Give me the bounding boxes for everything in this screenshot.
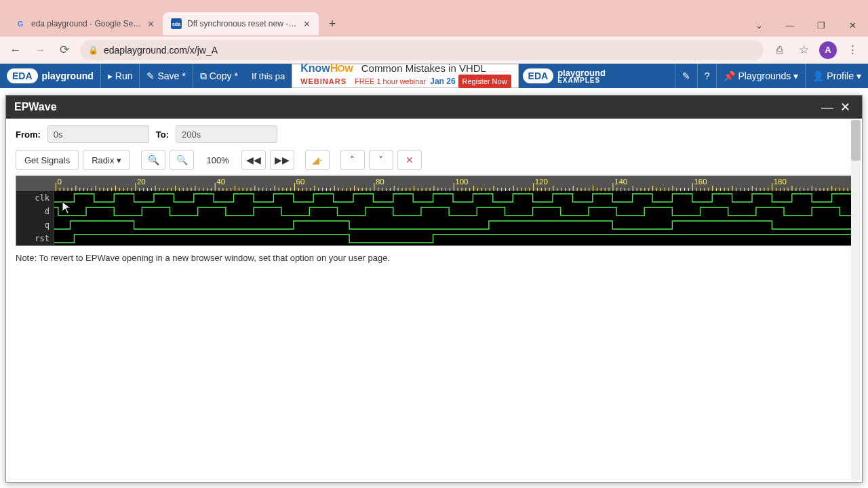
chevron-up-icon: ˄	[350, 155, 355, 165]
caret-down-icon: ▾	[856, 70, 861, 81]
help-icon: ?	[705, 70, 710, 81]
from-input[interactable]	[47, 125, 149, 143]
new-tab-button[interactable]: +	[323, 14, 342, 33]
pin-icon: 📌	[724, 70, 735, 81]
run-button[interactable]: ▸ Run	[100, 64, 140, 88]
profile-menu[interactable]: 👤 Profile ▾	[805, 64, 868, 88]
zoom-in-button[interactable]: 🔍	[141, 150, 165, 170]
zoom-in-icon: 🔍	[148, 155, 159, 165]
signal-name: rst	[16, 232, 54, 245]
x-icon: ✕	[406, 155, 414, 165]
google-favicon-icon: G	[15, 18, 26, 29]
signal-row-d[interactable]: d	[16, 205, 852, 218]
tab-google-search[interactable]: G eda playground - Google Search ✕	[7, 12, 163, 35]
signal-wave	[54, 218, 852, 232]
signal-row-rst[interactable]: rst	[16, 232, 852, 245]
edit-button[interactable]: ✎	[675, 64, 697, 88]
reload-button[interactable]: ⟳	[56, 41, 73, 59]
star-icon[interactable]: ☆	[795, 41, 812, 59]
zoom-out-button[interactable]: 🔍	[170, 150, 194, 170]
avatar[interactable]: A	[819, 41, 837, 59]
copy-icon: ⧉	[200, 70, 207, 82]
signal-row-clk[interactable]: clk	[16, 191, 852, 205]
address-bar[interactable]: 🔒 edaplayground.com/x/jw_A	[80, 40, 764, 60]
time-ruler: 020406080100120140160180200	[16, 176, 852, 191]
note-text: Note: To revert to EPWave opening in a n…	[16, 253, 852, 263]
caret-down-icon: ▾	[117, 155, 121, 165]
close-icon[interactable]: ✕	[836, 98, 854, 116]
ad-banner[interactable]: KnowHw Common Mistakes in VHDL WEBINARS …	[292, 64, 518, 88]
eda-logo-text: playground	[42, 70, 94, 81]
svg-rect-0	[16, 176, 56, 191]
truncated-text: If this pa	[245, 64, 292, 88]
minimize-icon[interactable]: —	[818, 98, 836, 116]
signal-row-q[interactable]: q	[16, 218, 852, 232]
svg-text:140: 140	[614, 178, 627, 186]
tab-title: Dff synchronous reset new - EDA	[187, 19, 298, 28]
svg-text:40: 40	[216, 178, 225, 186]
waveform-viewer[interactable]: 020406080100120140160180200 clkdqrst	[16, 176, 852, 246]
zoom-level[interactable]: 100%	[198, 150, 237, 170]
svg-text:0: 0	[58, 178, 62, 186]
edit-icon: ✎	[682, 70, 690, 81]
help-button[interactable]: ?	[697, 64, 717, 88]
close-icon[interactable]: ✕	[147, 19, 155, 29]
to-label: To:	[156, 129, 169, 140]
signal-name: d	[16, 205, 54, 218]
signal-wave	[54, 205, 852, 218]
back-button[interactable]: ←	[7, 41, 24, 59]
copy-button[interactable]: ⧉ Copy*	[193, 64, 245, 88]
tab-title: eda playground - Google Search	[31, 19, 142, 28]
menu-icon[interactable]: ⋮	[844, 41, 861, 59]
svg-text:60: 60	[296, 178, 305, 186]
rewind-icon: ◀◀	[246, 155, 261, 165]
save-button[interactable]: ✎ Save*	[139, 64, 192, 88]
eda-logo[interactable]: EDA playground	[0, 64, 100, 88]
modal-header: EPWave — ✕	[6, 96, 862, 119]
svg-text:100: 100	[455, 178, 468, 186]
eda-badge: EDA	[523, 68, 554, 83]
svg-text:120: 120	[535, 178, 548, 186]
jump-start-button[interactable]: ◀◀	[241, 150, 266, 170]
eda-examples-logo[interactable]: EDA playground EXAMPLES	[519, 64, 612, 88]
forward-icon: ▶▶	[275, 155, 290, 165]
get-signals-button[interactable]: Get Signals	[16, 150, 79, 170]
close-icon[interactable]: ✕	[303, 19, 311, 29]
scrollbar[interactable]	[851, 120, 861, 481]
lock-icon: 🔒	[88, 45, 98, 55]
move-down-button[interactable]: ˅	[369, 150, 393, 170]
close-window-icon[interactable]: ✕	[837, 14, 868, 37]
maximize-icon[interactable]: ❐	[806, 14, 837, 37]
url-text: edaplayground.com/x/jw_A	[104, 45, 218, 56]
forward-button[interactable]: →	[31, 41, 49, 59]
register-now-button[interactable]: Register Now	[458, 75, 511, 88]
caret-down-icon: ▾	[793, 70, 798, 81]
svg-text:80: 80	[376, 178, 384, 186]
marker-button[interactable]: ◢-	[305, 150, 330, 170]
svg-text:20: 20	[137, 178, 146, 186]
eda-favicon-icon: eda	[171, 18, 182, 29]
minimize-icon[interactable]: —	[774, 14, 806, 37]
eda-badge: EDA	[7, 68, 38, 83]
chevron-down-icon: ˅	[378, 155, 383, 165]
svg-text:180: 180	[774, 178, 787, 186]
to-input[interactable]	[176, 125, 277, 143]
scrollbar-thumb[interactable]	[851, 120, 861, 161]
modal-title: EPWave	[14, 101, 57, 113]
user-icon: 👤	[812, 70, 824, 81]
from-label: From:	[16, 129, 41, 140]
delete-button[interactable]: ✕	[397, 150, 422, 170]
jump-end-button[interactable]: ▶▶	[270, 150, 294, 170]
epwave-modal: EPWave — ✕ From: To: Get Signals Radix ▾…	[5, 95, 863, 483]
zoom-out-icon: 🔍	[176, 155, 188, 165]
chevron-down-icon[interactable]: ⌄	[743, 14, 774, 37]
install-app-icon[interactable]: ⎙	[770, 41, 788, 59]
pencil-icon: ✎	[146, 70, 155, 81]
playgrounds-menu[interactable]: 📌 Playgrounds ▾	[716, 64, 805, 88]
radix-menu[interactable]: Radix ▾	[83, 150, 130, 170]
svg-text:160: 160	[694, 178, 707, 186]
move-up-button[interactable]: ˄	[340, 150, 365, 170]
play-icon: ▸	[108, 70, 113, 81]
signal-name: q	[16, 218, 54, 232]
tab-eda-playground[interactable]: eda Dff synchronous reset new - EDA ✕	[163, 12, 319, 35]
